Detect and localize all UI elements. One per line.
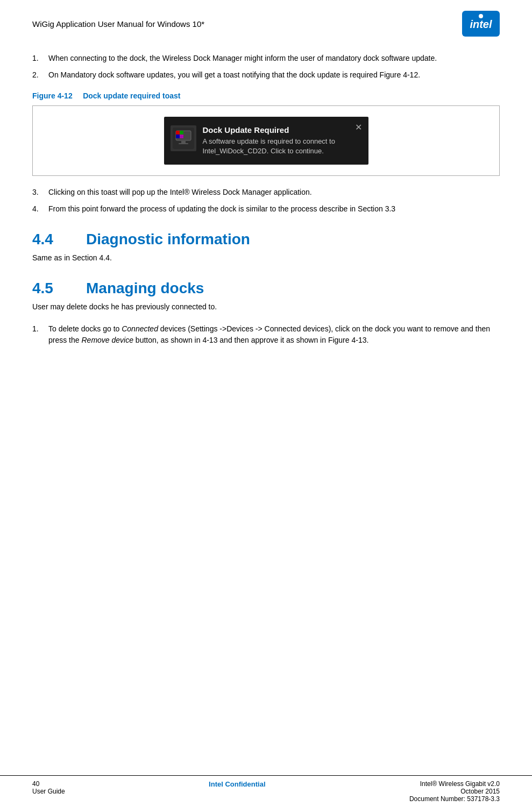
toast-close-button[interactable]: ✕ xyxy=(355,122,362,132)
section-44-number: 4.4 xyxy=(32,231,65,248)
list-text: When connecting to the dock, the Wireles… xyxy=(48,53,500,64)
page-number: 40 xyxy=(32,780,65,788)
toast-message: A software update is required to connect… xyxy=(203,137,360,156)
figure-label: Figure 4-12 Dock update required toast xyxy=(32,91,500,100)
toast-body: Dock Update Required A software update i… xyxy=(203,125,360,156)
list-item: 3. Clicking on this toast will pop up th… xyxy=(32,187,500,198)
after-figure-list: 3. Clicking on this toast will pop up th… xyxy=(32,187,500,215)
toast-notification: Dock Update Required A software update i… xyxy=(164,117,368,165)
svg-rect-7 xyxy=(176,131,180,134)
list-text: On Mandatory dock software updates, you … xyxy=(48,69,500,81)
figure-caption: Dock update required toast xyxy=(83,91,180,100)
list-number: 4. xyxy=(32,203,48,215)
confidential-label: Intel Confidential xyxy=(209,780,265,788)
section-45-title: Managing docks xyxy=(86,280,204,297)
toast-title: Dock Update Required xyxy=(203,125,360,134)
list-text: From this point forward the process of u… xyxy=(48,203,500,215)
list-number: 1. xyxy=(32,53,48,64)
section-45-body: User may delete docks he has previously … xyxy=(32,301,500,313)
italic-text: Connected xyxy=(122,324,158,333)
dock-icon xyxy=(172,126,195,150)
list-text: Clicking on this toast will pop up the I… xyxy=(48,187,500,198)
page-wrapper: WiGig Application User Manual for Window… xyxy=(0,0,532,807)
svg-text:intel: intel xyxy=(470,18,492,30)
svg-rect-10 xyxy=(180,134,183,138)
intro-list: 1. When connecting to the dock, the Wire… xyxy=(32,53,500,81)
footer-product: Intel® Wireless Gigabit v2.0 xyxy=(409,780,500,788)
footer-date: October 2015 xyxy=(409,788,500,795)
italic-text: Remove device xyxy=(81,336,133,344)
section-44-heading: 4.4 Diagnostic information xyxy=(32,231,500,248)
page-header: WiGig Application User Manual for Window… xyxy=(32,11,500,37)
svg-rect-8 xyxy=(180,131,183,134)
list-number: 3. xyxy=(32,187,48,198)
intel-logo-icon: intel xyxy=(462,11,500,37)
figure-container: Dock Update Required A software update i… xyxy=(32,105,500,176)
list-item: 2. On Mandatory dock software updates, y… xyxy=(32,69,500,81)
page-title: WiGig Application User Manual for Window… xyxy=(32,19,204,29)
footer-left: 40 User Guide xyxy=(32,780,65,795)
list-number: 1. xyxy=(32,323,48,346)
list-item: 1. To delete docks go to Connected devic… xyxy=(32,323,500,346)
user-guide-label: User Guide xyxy=(32,788,65,795)
section-45-heading: 4.5 Managing docks xyxy=(32,280,500,297)
section-45-list: 1. To delete docks go to Connected devic… xyxy=(32,323,500,346)
svg-point-2 xyxy=(479,14,483,18)
footer-center: Intel Confidential xyxy=(209,780,265,788)
figure-number: Figure 4-12 xyxy=(32,91,73,100)
list-item: 4. From this point forward the process o… xyxy=(32,203,500,215)
page-footer: 40 User Guide Intel Confidential Intel® … xyxy=(0,775,532,807)
section-45-number: 4.5 xyxy=(32,280,65,297)
toast-icon xyxy=(171,125,196,151)
svg-rect-9 xyxy=(176,134,180,138)
footer-doc-number: Document Number: 537178-3.3 xyxy=(409,795,500,803)
footer-right: Intel® Wireless Gigabit v2.0 October 201… xyxy=(409,780,500,803)
list-item: 1. When connecting to the dock, the Wire… xyxy=(32,53,500,64)
svg-rect-6 xyxy=(179,143,188,144)
list-number: 2. xyxy=(32,69,48,81)
list-text: To delete docks go to Connected devices … xyxy=(48,323,500,346)
section-44-title: Diagnostic information xyxy=(86,231,250,248)
section-44-body: Same as in Section 4.4. xyxy=(32,252,500,264)
svg-rect-5 xyxy=(181,141,186,143)
